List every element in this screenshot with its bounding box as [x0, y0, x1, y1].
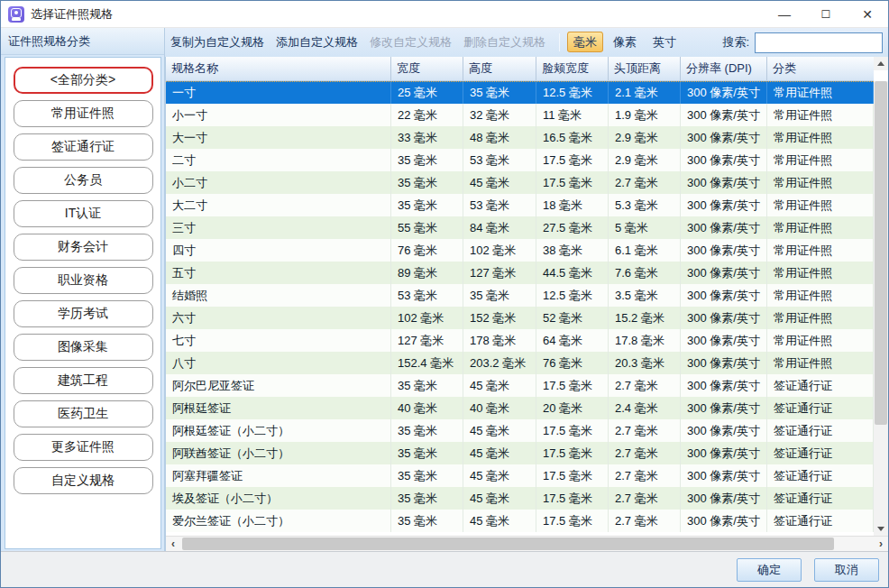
search-label: 搜索:	[722, 34, 749, 51]
column-header[interactable]: 头顶距离	[609, 57, 681, 80]
table-cell: 35 毫米	[391, 194, 463, 216]
table-cell: 常用证件照	[767, 284, 874, 307]
table-cell: 2.7 毫米	[609, 487, 681, 510]
table-cell: 76 毫米	[391, 239, 463, 262]
table-row[interactable]: 大二寸35 毫米53 毫米18 毫米5.3 毫米300 像素/英寸常用证件照	[166, 194, 874, 216]
vscroll-thumb[interactable]	[875, 81, 887, 425]
close-button[interactable]: ✕	[847, 1, 888, 27]
table-row[interactable]: 大一寸33 毫米48 毫米16.5 毫米2.9 毫米300 像素/英寸常用证件照	[166, 126, 874, 149]
table-row[interactable]: 埃及签证（小二寸）35 毫米45 毫米17.5 毫米2.7 毫米300 像素/英…	[166, 487, 874, 510]
table-cell: 17.5 毫米	[536, 149, 609, 171]
sidebar-item[interactable]: 更多证件照	[14, 434, 153, 461]
table-row[interactable]: 一寸25 毫米35 毫米12.5 毫米2.1 毫米300 像素/英寸常用证件照	[166, 81, 874, 104]
column-header[interactable]: 高度	[463, 57, 536, 80]
sidebar-item[interactable]: <全部分类>	[14, 67, 153, 94]
sidebar-item[interactable]: 职业资格	[14, 267, 153, 294]
table-cell: 300 像素/英寸	[681, 126, 767, 149]
table-cell: 300 像素/英寸	[681, 397, 767, 419]
table-row[interactable]: 七寸127 毫米178 毫米64 毫米17.8 毫米300 像素/英寸常用证件照	[166, 329, 874, 352]
sidebar-header: 证件照规格分类	[1, 28, 164, 55]
hscroll-thumb[interactable]	[182, 537, 834, 550]
table-row[interactable]: 阿塞拜疆签证35 毫米45 毫米17.5 毫米2.7 毫米300 像素/英寸签证…	[166, 464, 874, 487]
sidebar-item[interactable]: 财务会计	[14, 234, 153, 261]
table-cell: 38 毫米	[536, 239, 609, 262]
table-cell: 27.5 毫米	[536, 216, 609, 239]
sidebar-item[interactable]: 医药卫生	[14, 400, 153, 427]
table-cell: 5 毫米	[609, 216, 681, 239]
table-cell: 300 像素/英寸	[681, 374, 767, 397]
horizontal-scrollbar[interactable]: ‹ ›	[166, 536, 888, 551]
unit-toggle[interactable]: 毫米	[567, 32, 603, 52]
table-cell: 35 毫米	[391, 149, 463, 171]
table-row[interactable]: 阿联酋签证（小二寸）35 毫米45 毫米17.5 毫米2.7 毫米300 像素/…	[166, 442, 874, 464]
table-row[interactable]: 三寸55 毫米84 毫米27.5 毫米5 毫米300 像素/英寸常用证件照	[166, 216, 874, 239]
table-cell: 17.8 毫米	[609, 329, 681, 352]
search-box: ✕	[755, 32, 883, 53]
table-cell: 20.3 毫米	[609, 352, 681, 374]
table-cell: 40 毫米	[463, 397, 536, 419]
maximize-button[interactable]: ☐	[805, 1, 847, 27]
unit-toggle[interactable]: 英寸	[646, 32, 683, 52]
sidebar-item[interactable]: 签证通行证	[14, 133, 153, 161]
table-cell: 常用证件照	[767, 239, 874, 262]
minimize-button[interactable]: —	[764, 1, 805, 27]
ok-button[interactable]: 确定	[737, 558, 802, 582]
table-cell: 64 毫米	[536, 329, 609, 352]
table-cell: 2.1 毫米	[609, 82, 681, 104]
column-header[interactable]: 分类	[767, 57, 874, 80]
table-cell: 300 像素/英寸	[681, 104, 767, 126]
scroll-down-icon[interactable]	[874, 522, 888, 536]
table-row[interactable]: 爱尔兰签证（小二寸）35 毫米45 毫米17.5 毫米2.7 毫米300 像素/…	[166, 510, 874, 532]
table-cell: 300 像素/英寸	[681, 171, 767, 194]
column-header[interactable]: 宽度	[391, 57, 463, 80]
search-input[interactable]	[756, 33, 889, 52]
table-cell: 12.5 毫米	[536, 284, 609, 307]
table-row[interactable]: 阿尔巴尼亚签证35 毫米45 毫米17.5 毫米2.7 毫米300 像素/英寸签…	[166, 374, 874, 397]
table-row[interactable]: 阿根廷签证（小二寸）35 毫米45 毫米17.5 毫米2.7 毫米300 像素/…	[166, 419, 874, 442]
table-cell: 300 像素/英寸	[681, 329, 767, 352]
scroll-up-icon[interactable]	[874, 57, 888, 70]
sidebar-item[interactable]: 建筑工程	[14, 367, 153, 394]
table-row[interactable]: 结婚照53 毫米35 毫米12.5 毫米3.5 毫米300 像素/英寸常用证件照	[166, 284, 874, 307]
toolbar-action[interactable]: 添加自定义规格	[276, 35, 358, 49]
toolbar-action[interactable]: 复制为自定义规格	[170, 35, 264, 49]
sidebar-item[interactable]: 公务员	[14, 167, 153, 194]
table-cell: 大二寸	[166, 194, 391, 216]
table-cell: 常用证件照	[767, 149, 874, 171]
sidebar-item[interactable]: 常用证件照	[14, 100, 153, 127]
table-cell: 53 毫米	[391, 284, 463, 307]
table-cell: 2.7 毫米	[609, 464, 681, 487]
column-header[interactable]: 脸颊宽度	[536, 57, 609, 80]
table-cell: 2.7 毫米	[609, 442, 681, 464]
sidebar-item[interactable]: IT认证	[14, 200, 153, 227]
table-row[interactable]: 四寸76 毫米102 毫米38 毫米6.1 毫米300 像素/英寸常用证件照	[166, 239, 874, 262]
table-cell: 52 毫米	[536, 307, 609, 329]
table-row[interactable]: 八寸152.4 毫米203.2 毫米76 毫米20.3 毫米300 像素/英寸常…	[166, 352, 874, 374]
table-cell: 常用证件照	[767, 329, 874, 352]
table-cell: 300 像素/英寸	[681, 510, 767, 532]
sidebar-item[interactable]: 自定义规格	[14, 467, 153, 494]
sidebar-item[interactable]: 学历考试	[14, 300, 153, 327]
sidebar-item[interactable]: 图像采集	[14, 334, 153, 361]
table-row[interactable]: 五寸89 毫米127 毫米44.5 毫米7.6 毫米300 像素/英寸常用证件照	[166, 262, 874, 284]
table-cell: 76 毫米	[536, 352, 609, 374]
table-cell: 300 像素/英寸	[681, 464, 767, 487]
table-cell: 127 毫米	[463, 262, 536, 284]
column-header[interactable]: 规格名称	[166, 57, 391, 80]
scroll-right-icon[interactable]: ›	[874, 537, 888, 552]
scroll-left-icon[interactable]: ‹	[166, 537, 180, 552]
table-row[interactable]: 六寸102 毫米152 毫米52 毫米15.2 毫米300 像素/英寸常用证件照	[166, 307, 874, 329]
table-row[interactable]: 小一寸22 毫米32 毫米11 毫米1.9 毫米300 像素/英寸常用证件照	[166, 104, 874, 126]
table-row[interactable]: 二寸35 毫米53 毫米17.5 毫米2.9 毫米300 像素/英寸常用证件照	[166, 149, 874, 171]
toolbar: 复制为自定义规格添加自定义规格修改自定义规格删除自定义规格 毫米像素英寸 搜索:…	[165, 28, 888, 57]
table-cell: 2.4 毫米	[609, 397, 681, 419]
table-row[interactable]: 阿根廷签证40 毫米40 毫米20 毫米2.4 毫米300 像素/英寸签证通行证	[166, 397, 874, 419]
vertical-scrollbar[interactable]	[874, 81, 888, 536]
unit-toggle[interactable]: 像素	[607, 32, 643, 52]
table-row[interactable]: 小二寸35 毫米45 毫米17.5 毫米2.7 毫米300 像素/英寸常用证件照	[166, 171, 874, 194]
table-cell: 常用证件照	[767, 194, 874, 216]
column-header[interactable]: 分辨率 (DPI)	[681, 57, 767, 80]
table-cell: 32 毫米	[463, 104, 536, 126]
table-cell: 300 像素/英寸	[681, 262, 767, 284]
cancel-button[interactable]: 取消	[814, 558, 879, 582]
